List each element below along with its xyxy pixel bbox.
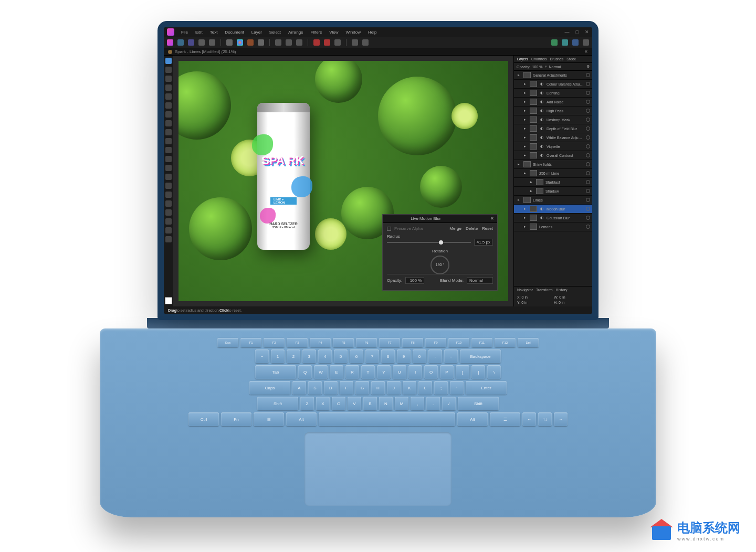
persona-develop-icon[interactable] xyxy=(188,39,194,46)
layer-row[interactable]: ▸Limes xyxy=(514,196,592,205)
layer-row[interactable]: ▸◐Motion Blur xyxy=(514,205,592,214)
key[interactable]: - xyxy=(428,349,442,363)
key[interactable] xyxy=(319,412,455,426)
key[interactable]: Enter xyxy=(466,381,507,395)
key[interactable]: F xyxy=(340,381,353,395)
key[interactable]: H xyxy=(371,381,385,395)
key[interactable]: Esc xyxy=(217,338,238,347)
key[interactable]: O xyxy=(424,365,438,379)
menu-select[interactable]: Select xyxy=(267,29,284,36)
key[interactable]: T xyxy=(361,365,375,379)
key[interactable]: F12 xyxy=(495,338,516,347)
key[interactable]: F11 xyxy=(471,338,492,347)
toolbar-color-wheel-icon[interactable] xyxy=(237,39,243,46)
chevron-icon[interactable]: ▸ xyxy=(516,197,521,203)
gear-icon[interactable]: ⚙ xyxy=(586,65,590,69)
layer-row[interactable]: ▸◐Lighting xyxy=(514,89,592,98)
rectangle-tool-icon[interactable] xyxy=(165,192,172,198)
toolbar-arrange-icon[interactable] xyxy=(352,39,358,46)
key[interactable]: S xyxy=(308,381,322,395)
layer-row[interactable]: ▸◐Depth of Field Blur xyxy=(514,124,592,133)
key[interactable]: ⊞ xyxy=(254,412,284,426)
menu-document[interactable]: Document xyxy=(222,29,246,36)
key[interactable]: A xyxy=(292,381,306,395)
menu-layer[interactable]: Layer xyxy=(249,29,265,36)
key[interactable]: 3 xyxy=(302,349,316,363)
visibility-toggle-icon[interactable] xyxy=(586,225,590,229)
key[interactable]: ← xyxy=(522,412,536,426)
toolbar-account-icon[interactable] xyxy=(572,39,579,46)
key[interactable]: F3 xyxy=(287,338,308,347)
layer-row[interactable]: ▸Shiny lights xyxy=(514,160,592,169)
menu-view[interactable]: View xyxy=(327,29,341,36)
visibility-toggle-icon[interactable] xyxy=(586,118,590,122)
menu-file[interactable]: File xyxy=(178,29,191,36)
lasso-tool-icon[interactable] xyxy=(165,102,172,109)
clone-tool-icon[interactable] xyxy=(165,138,172,144)
key[interactable]: X xyxy=(316,397,330,410)
visibility-toggle-icon[interactable] xyxy=(586,198,590,202)
key[interactable]: 2 xyxy=(287,349,300,363)
dialog-blend-select[interactable]: Normal xyxy=(467,277,493,284)
smudge-tool-icon[interactable] xyxy=(165,174,172,180)
visibility-toggle-icon[interactable] xyxy=(586,109,590,113)
blend-mode-select[interactable]: Normal xyxy=(549,65,584,69)
toolbar-flip-icon[interactable] xyxy=(362,39,369,46)
layer-row[interactable]: ▸◐White Balance Adjustment xyxy=(514,133,592,142)
visibility-toggle-icon[interactable] xyxy=(586,100,590,104)
toolbar-swatch-2[interactable] xyxy=(247,39,254,46)
key[interactable]: F7 xyxy=(379,338,400,347)
key[interactable]: \ xyxy=(487,365,501,379)
key[interactable]: Y xyxy=(377,365,391,379)
key[interactable]: Tab xyxy=(255,365,296,379)
brush-tool-icon[interactable] xyxy=(165,120,172,126)
key[interactable]: . xyxy=(426,397,440,410)
key[interactable]: P xyxy=(440,365,454,379)
key[interactable]: I xyxy=(408,365,422,379)
text-tool-icon[interactable] xyxy=(165,200,172,207)
key[interactable]: Shift xyxy=(257,397,298,410)
dodge-tool-icon[interactable] xyxy=(165,156,172,162)
key[interactable]: → xyxy=(554,412,568,426)
transform-y-input[interactable]: Y: 0 in xyxy=(517,301,552,304)
reset-button[interactable]: Reset xyxy=(482,226,493,231)
key[interactable]: = xyxy=(444,349,458,363)
key[interactable]: F6 xyxy=(356,338,377,347)
persona-tone-icon[interactable] xyxy=(198,39,205,46)
visibility-toggle-icon[interactable] xyxy=(586,91,590,95)
tab-history[interactable]: History xyxy=(556,288,568,292)
key[interactable]: F10 xyxy=(448,338,469,347)
key[interactable]: [ xyxy=(456,365,469,379)
key[interactable]: 4 xyxy=(318,349,332,363)
visibility-toggle-icon[interactable] xyxy=(586,153,590,157)
layer-row[interactable]: ▸Starblast xyxy=(514,178,592,187)
preserve-alpha-checkbox[interactable] xyxy=(387,227,391,231)
zoom-tool-icon[interactable] xyxy=(165,227,172,233)
visibility-toggle-icon[interactable] xyxy=(586,189,590,193)
merge-button[interactable]: Merge xyxy=(449,226,461,231)
dialog-opacity-input[interactable]: 100 % xyxy=(405,277,424,284)
canvas[interactable]: SPA RK LIME + LEMON HARD SELTZER 250ml •… xyxy=(178,61,508,301)
visibility-toggle-icon[interactable] xyxy=(586,162,590,166)
key[interactable]: / xyxy=(442,397,456,410)
dialog-close-icon[interactable]: ✕ xyxy=(490,216,494,221)
toolbar-align-center-icon[interactable] xyxy=(324,39,330,46)
menu-text[interactable]: Text xyxy=(207,29,220,36)
menu-arrange[interactable]: Arrange xyxy=(286,29,306,36)
tab-stock[interactable]: Stock xyxy=(566,57,576,61)
key[interactable]: Z xyxy=(300,397,314,410)
radius-slider[interactable] xyxy=(387,242,471,243)
chevron-icon[interactable]: ▸ xyxy=(522,126,528,131)
tab-channels[interactable]: Channels xyxy=(531,57,547,61)
canvas-area[interactable]: SPA RK LIME + LEMON HARD SELTZER 250ml •… xyxy=(173,56,513,306)
move-tool-icon[interactable] xyxy=(165,58,172,64)
toolbar-autolevels-icon[interactable] xyxy=(258,39,264,46)
foreground-color-icon[interactable] xyxy=(165,297,172,304)
toolbar-grid-icon[interactable] xyxy=(275,39,281,46)
close-tab-icon[interactable]: ✕ xyxy=(584,49,588,54)
key[interactable]: Q xyxy=(298,365,312,379)
key[interactable]: L xyxy=(418,381,432,395)
key[interactable]: Alt xyxy=(457,412,488,426)
menu-filters[interactable]: Filters xyxy=(308,29,325,36)
visibility-toggle-icon[interactable] xyxy=(586,82,590,86)
